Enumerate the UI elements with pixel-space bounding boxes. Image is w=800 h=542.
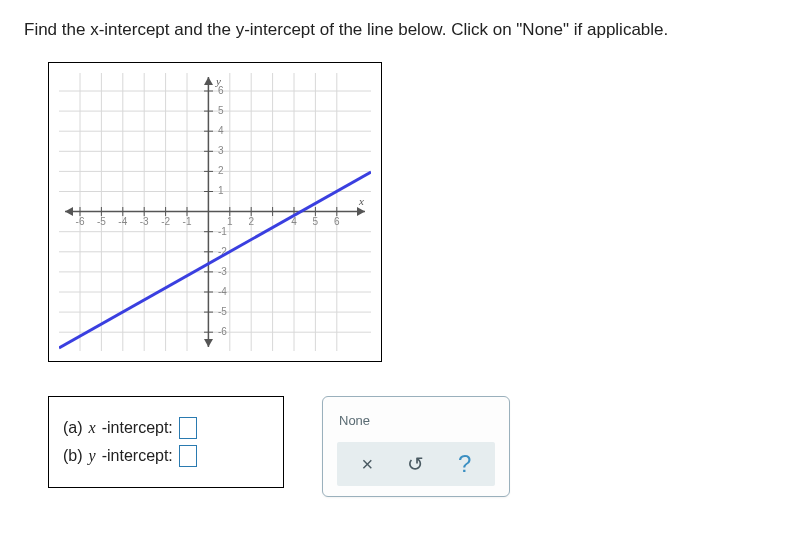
y-var: y bbox=[89, 447, 96, 465]
svg-text:-6: -6 bbox=[218, 326, 227, 337]
svg-text:-4: -4 bbox=[218, 286, 227, 297]
help-button[interactable]: ? bbox=[447, 450, 483, 478]
help-icon: ? bbox=[458, 450, 471, 477]
x-intercept-input[interactable] bbox=[179, 417, 197, 439]
part-b-prefix: (b) bbox=[63, 447, 83, 465]
x-icon: × bbox=[361, 453, 373, 475]
x-intercept-row: (a) x-intercept: bbox=[63, 417, 269, 439]
y-axis-label: y bbox=[215, 75, 221, 87]
svg-text:-3: -3 bbox=[218, 266, 227, 277]
tool-palette: None × ↺ ? bbox=[322, 396, 510, 497]
answer-panel: (a) x-intercept: (b) y-intercept: bbox=[48, 396, 284, 488]
tool-row: × ↺ ? bbox=[337, 442, 495, 486]
y-intercept-input[interactable] bbox=[179, 445, 197, 467]
question-text: Find the x-intercept and the y-intercept… bbox=[24, 20, 776, 40]
svg-text:5: 5 bbox=[313, 216, 319, 227]
reset-button[interactable]: ↺ bbox=[398, 452, 434, 476]
x-var: x bbox=[89, 419, 96, 437]
svg-text:2: 2 bbox=[218, 165, 224, 176]
svg-text:2: 2 bbox=[248, 216, 254, 227]
svg-text:-6: -6 bbox=[76, 216, 85, 227]
svg-marker-28 bbox=[204, 77, 213, 85]
svg-text:-3: -3 bbox=[140, 216, 149, 227]
svg-marker-26 bbox=[357, 207, 365, 216]
x-intercept-label: -intercept: bbox=[102, 419, 173, 437]
none-button[interactable]: None bbox=[337, 409, 495, 442]
part-a-prefix: (a) bbox=[63, 419, 83, 437]
svg-text:4: 4 bbox=[218, 125, 224, 136]
clear-button[interactable]: × bbox=[349, 453, 385, 476]
svg-text:1: 1 bbox=[227, 216, 233, 227]
svg-text:-5: -5 bbox=[218, 306, 227, 317]
coordinate-graph: -6-5-4 -3-2-1 12 456 65 43 21 -1-2 -3-4 … bbox=[48, 62, 382, 362]
svg-text:5: 5 bbox=[218, 105, 224, 116]
svg-text:6: 6 bbox=[334, 216, 340, 227]
graph-svg: -6-5-4 -3-2-1 12 456 65 43 21 -1-2 -3-4 … bbox=[59, 73, 371, 351]
x-axis-label: x bbox=[358, 195, 364, 207]
svg-marker-27 bbox=[65, 207, 73, 216]
svg-text:-5: -5 bbox=[97, 216, 106, 227]
y-intercept-label: -intercept: bbox=[102, 447, 173, 465]
plotted-line bbox=[59, 172, 371, 348]
svg-text:-1: -1 bbox=[218, 226, 227, 237]
svg-text:-2: -2 bbox=[161, 216, 170, 227]
svg-text:1: 1 bbox=[218, 185, 224, 196]
svg-text:-4: -4 bbox=[118, 216, 127, 227]
svg-marker-29 bbox=[204, 339, 213, 347]
svg-text:-1: -1 bbox=[183, 216, 192, 227]
svg-text:3: 3 bbox=[218, 145, 224, 156]
reset-icon: ↺ bbox=[407, 453, 424, 475]
y-intercept-row: (b) y-intercept: bbox=[63, 445, 269, 467]
